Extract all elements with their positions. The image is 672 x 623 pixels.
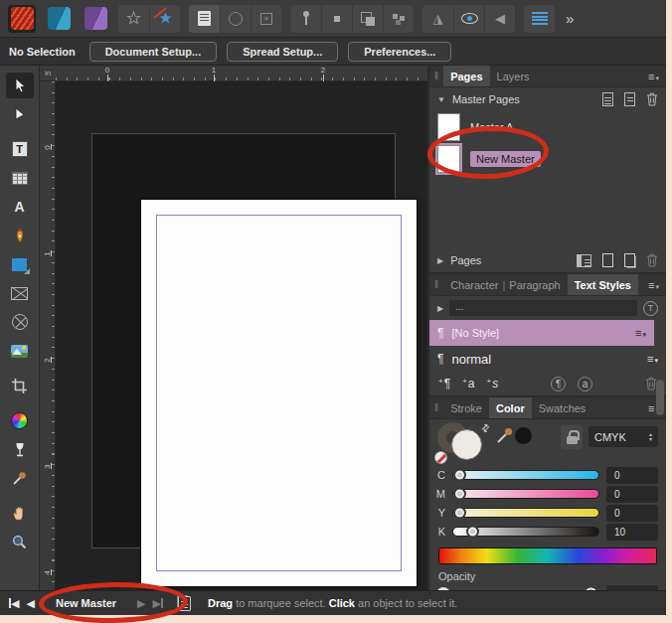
text-styles-menu-button[interactable]: ≡▾ <box>648 279 666 291</box>
trash-icon[interactable] <box>646 92 658 106</box>
pages-section-header[interactable]: ▶ Pages <box>429 248 666 272</box>
previous-page-button[interactable]: ◀ <box>26 597 34 610</box>
crop-tool[interactable] <box>6 373 34 398</box>
master-pages-header[interactable]: ▼ Master Pages <box>429 87 666 111</box>
slider-handle[interactable] <box>453 469 466 482</box>
collapse-triangle-icon[interactable]: ▼ <box>437 95 445 104</box>
insert-page-button[interactable] <box>189 5 220 33</box>
secondary-color-swatch[interactable] <box>515 427 532 444</box>
preview-button[interactable] <box>453 5 484 33</box>
eyedropper-icon[interactable] <box>495 425 515 445</box>
style-item-no-style[interactable]: ¶ [No Style] ≡▾ <box>429 320 654 346</box>
horizontal-ruler[interactable]: 0 1 2 <box>56 66 427 81</box>
style-filter-input[interactable]: ... <box>449 300 637 316</box>
new-group-style-button[interactable]: +s <box>486 377 498 390</box>
view-tool[interactable] <box>6 500 34 526</box>
publisher-app-button[interactable] <box>8 5 36 33</box>
lock-button[interactable] <box>561 425 583 449</box>
new-paragraph-style-button[interactable]: +¶ <box>438 377 450 390</box>
tab-color[interactable]: Color <box>489 397 532 418</box>
color-spectrum-bar[interactable] <box>438 547 657 564</box>
document-canvas[interactable] <box>56 81 427 590</box>
pages-panel-menu-button[interactable]: ≡▾ <box>648 71 666 82</box>
table-tool[interactable] <box>6 165 34 191</box>
ellipse-tool-button[interactable] <box>220 5 251 33</box>
tab-paragraph[interactable]: Paragraph <box>507 275 567 295</box>
frame-button[interactable]: ✕ <box>251 5 281 33</box>
toolbar-overflow-chevron[interactable]: » <box>566 10 574 27</box>
magenta-slider[interactable] <box>452 489 599 499</box>
place-image-tool[interactable] <box>6 338 34 364</box>
frame-text-tool[interactable]: T <box>6 136 34 162</box>
tab-character[interactable]: Character <box>443 275 500 295</box>
black-slider[interactable] <box>452 527 599 537</box>
cyan-slider[interactable] <box>452 470 599 480</box>
picture-frame-ellipse-tool[interactable] <box>6 309 34 335</box>
rectangle-tool[interactable] <box>6 251 34 277</box>
pin-button[interactable] <box>290 5 321 33</box>
style-menu-button[interactable]: ≡▾ <box>635 327 646 339</box>
first-page-button[interactable]: ◀ <box>9 597 19 610</box>
add-master-icon[interactable] <box>602 92 613 106</box>
trash-icon[interactable] <box>646 253 658 267</box>
new-character-style-button[interactable]: +a <box>462 377 474 390</box>
spread-setup-button[interactable]: Spread Setup... <box>227 42 338 62</box>
tab-stroke[interactable]: Stroke <box>443 398 489 418</box>
slider-handle[interactable] <box>453 488 466 501</box>
picture-frame-rectangle-tool[interactable] <box>6 280 34 306</box>
artistic-text-tool[interactable]: A <box>6 194 34 220</box>
show-text-styles-icon[interactable]: T <box>643 301 658 316</box>
anchor-button[interactable] <box>321 5 352 33</box>
arrange-button[interactable] <box>383 5 414 33</box>
swap-fill-stroke-icon[interactable]: ⇄ <box>478 421 492 435</box>
cyan-value[interactable]: 0 <box>606 467 658 484</box>
panel-drag-handle[interactable]: ‖ <box>429 402 443 413</box>
panel-drag-handle[interactable]: ‖ <box>429 279 443 290</box>
page-details-icon[interactable] <box>577 254 591 267</box>
document-setup-button[interactable]: Document Setup... <box>89 42 218 62</box>
slider-handle[interactable] <box>466 526 479 539</box>
designer-app-button[interactable] <box>82 5 109 33</box>
tab-layers[interactable]: Layers <box>490 67 537 86</box>
no-fill-icon[interactable] <box>434 451 447 464</box>
fill-swatch[interactable] <box>451 429 482 460</box>
color-picker-tool[interactable] <box>6 465 34 491</box>
pen-tool[interactable] <box>6 223 34 248</box>
yellow-value[interactable]: 0 <box>606 505 658 522</box>
style-name[interactable]: [No Style] <box>451 327 499 339</box>
color-mode-select[interactable]: CMYK ▴▾ <box>588 426 658 447</box>
assets-off-button[interactable] <box>149 5 180 33</box>
move-tool[interactable] <box>6 73 34 98</box>
show-character-styles-toggle[interactable]: a <box>578 377 592 391</box>
tab-swatches[interactable]: Swatches <box>532 398 593 418</box>
studio-toggle-button[interactable] <box>524 5 555 33</box>
master-page[interactable] <box>141 200 417 586</box>
zoom-tool[interactable] <box>6 529 34 554</box>
style-menu-button[interactable]: ≡▾ <box>647 353 658 365</box>
preferences-button[interactable]: Preferences... <box>348 42 451 62</box>
node-tool[interactable] <box>6 101 34 127</box>
style-name[interactable]: normal <box>451 352 491 367</box>
black-value[interactable]: 10 <box>606 524 658 541</box>
duplicate-master-icon[interactable] <box>624 92 635 106</box>
snapping-button[interactable] <box>118 5 149 33</box>
panel-scrollbar[interactable] <box>656 380 664 415</box>
fill-tool[interactable] <box>6 407 34 433</box>
magenta-value[interactable]: 0 <box>606 486 658 503</box>
slider-handle[interactable] <box>453 507 466 520</box>
show-paragraph-styles-toggle[interactable]: ¶ <box>551 377 566 391</box>
vertical-ruler[interactable]: 0 1 2 3 4 <box>40 81 56 590</box>
panel-drag-handle[interactable]: ‖ <box>429 71 443 81</box>
tab-text-styles[interactable]: Text Styles <box>568 274 638 295</box>
add-page-icon[interactable] <box>602 253 613 267</box>
style-item-normal[interactable]: ¶ normal ≡▾ <box>429 346 666 372</box>
tab-pages[interactable]: Pages <box>443 66 489 86</box>
order-button[interactable] <box>352 5 383 33</box>
duplicate-page-icon[interactable] <box>624 253 635 267</box>
photo-app-button[interactable] <box>45 5 73 33</box>
transparency-tool[interactable] <box>6 436 34 462</box>
flip-horizontal-button[interactable]: ◀ <box>484 5 515 33</box>
collapse-triangle-icon[interactable]: ▶ <box>437 256 443 265</box>
flip-vertical-button[interactable]: ◮ <box>422 5 453 33</box>
yellow-slider[interactable] <box>452 508 599 518</box>
